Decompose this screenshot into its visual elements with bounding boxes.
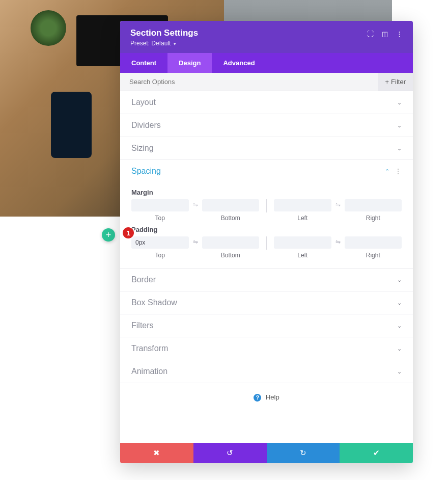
padding-bottom-input[interactable] <box>202 236 260 249</box>
link-icon[interactable]: ⇋ <box>192 238 199 245</box>
spacing-body: Margin Top ⇋ Bottom <box>120 182 413 268</box>
split-view-icon[interactable]: ◫ <box>382 30 388 38</box>
accordion-title: Layout <box>131 98 156 107</box>
filter-label: Filter <box>391 78 406 86</box>
side-label: Left <box>297 252 307 259</box>
add-section-button[interactable]: + <box>102 228 115 242</box>
accordion-title: Spacing <box>131 167 161 176</box>
chevron-down-icon: ⌄ <box>397 99 402 106</box>
preset-selector[interactable]: Preset: Default ▾ <box>130 40 198 47</box>
viewport-icon[interactable]: ⛶ <box>367 30 374 38</box>
redo-button[interactable]: ↻ <box>267 443 340 463</box>
accordion-title: Animation <box>131 367 167 376</box>
padding-label: Padding <box>131 226 402 233</box>
chevron-down-icon: ⌄ <box>397 345 402 352</box>
modal-footer: ✖ ↺ ↻ ✔ <box>120 443 413 463</box>
kebab-menu-icon[interactable]: ⋮ <box>396 30 403 38</box>
tab-advanced[interactable]: Advanced <box>212 53 266 73</box>
side-label: Right <box>366 252 380 259</box>
undo-icon: ↺ <box>227 448 233 458</box>
margin-right-input[interactable] <box>345 199 402 211</box>
plus-icon: + <box>385 78 389 86</box>
bg-plant <box>31 10 66 46</box>
accordion-title: Filters <box>131 321 154 330</box>
accordion-layout[interactable]: Layout ⌄ <box>120 91 413 114</box>
padding-left-input[interactable] <box>274 236 331 249</box>
accordion-title: Box Shadow <box>131 298 177 307</box>
filter-button[interactable]: + Filter <box>378 73 413 91</box>
accordion-sizing[interactable]: Sizing ⌄ <box>120 137 413 159</box>
margin-label: Margin <box>131 189 402 196</box>
chevron-down-icon: ⌄ <box>397 277 402 283</box>
vertical-divider <box>266 236 267 250</box>
search-row: + Filter <box>120 73 413 91</box>
preset-label: Preset: <box>130 40 150 47</box>
modal-title: Section Settings <box>130 28 198 38</box>
accordion-title: Sizing <box>131 144 154 153</box>
side-label: Top <box>155 252 165 259</box>
help-icon: ? <box>254 394 261 402</box>
link-icon[interactable]: ⇋ <box>192 201 199 208</box>
chevron-down-icon: ⌄ <box>397 145 402 152</box>
padding-row: Top ⇋ Bottom Left ⇋ <box>131 236 402 259</box>
chevron-down-icon: ⌄ <box>397 300 402 306</box>
chevron-down-icon: ▾ <box>174 41 176 46</box>
accordion-animation[interactable]: Animation ⌄ <box>120 360 413 383</box>
margin-bottom-input[interactable] <box>202 199 260 211</box>
accordion-spacing[interactable]: Spacing ⌃ ⋮ <box>120 160 413 182</box>
close-icon: ✖ <box>153 448 160 458</box>
accordion-title: Transform <box>131 344 168 353</box>
accordion-filters[interactable]: Filters ⌄ <box>120 314 413 337</box>
preset-value: Default <box>151 40 171 47</box>
chevron-down-icon: ⌄ <box>397 122 402 129</box>
accordion-dividers[interactable]: Dividers ⌄ <box>120 114 413 137</box>
settings-panel: Layout ⌄ Dividers ⌄ Sizing ⌄ Spacing ⌃ ⋮ <box>120 91 413 443</box>
margin-top-input[interactable] <box>131 199 189 211</box>
margin-left-input[interactable] <box>274 199 331 211</box>
tab-content[interactable]: Content <box>120 53 167 73</box>
padding-top-input[interactable] <box>131 236 189 249</box>
side-label: Bottom <box>221 252 240 259</box>
kebab-menu-icon[interactable]: ⋮ <box>395 167 402 175</box>
modal-header: Section Settings Preset: Default ▾ ⛶ ◫ ⋮ <box>120 21 413 53</box>
side-label: Bottom <box>221 215 240 222</box>
search-input[interactable] <box>120 73 378 91</box>
chevron-down-icon: ⌄ <box>397 323 402 329</box>
link-icon[interactable]: ⇋ <box>334 238 342 245</box>
padding-right-input[interactable] <box>345 236 402 249</box>
accordion-border[interactable]: Border ⌄ <box>120 269 413 291</box>
save-button[interactable]: ✔ <box>340 443 413 463</box>
side-label: Top <box>155 215 165 222</box>
accordion-title: Border <box>131 275 156 284</box>
redo-icon: ↻ <box>300 448 306 458</box>
help-label: Help <box>266 393 279 401</box>
tab-design[interactable]: Design <box>167 53 212 73</box>
vertical-divider <box>266 199 267 212</box>
chevron-up-icon: ⌃ <box>385 168 389 175</box>
cancel-button[interactable]: ✖ <box>120 443 193 463</box>
undo-button[interactable]: ↺ <box>193 443 267 463</box>
help-link[interactable]: ? Help <box>120 383 413 422</box>
side-label: Right <box>366 215 380 222</box>
callout-badge-1: 1 <box>123 227 134 238</box>
link-icon[interactable]: ⇋ <box>334 201 342 208</box>
chevron-down-icon: ⌄ <box>397 368 402 375</box>
check-icon: ✔ <box>373 448 380 458</box>
accordion-transform[interactable]: Transform ⌄ <box>120 337 413 360</box>
side-label: Left <box>297 215 307 222</box>
margin-row: Top ⇋ Bottom Left ⇋ <box>131 199 402 222</box>
tabs: Content Design Advanced <box>120 53 413 73</box>
accordion-title: Dividers <box>131 121 161 130</box>
settings-modal: Section Settings Preset: Default ▾ ⛶ ◫ ⋮… <box>120 21 413 463</box>
accordion-boxshadow[interactable]: Box Shadow ⌄ <box>120 291 413 314</box>
